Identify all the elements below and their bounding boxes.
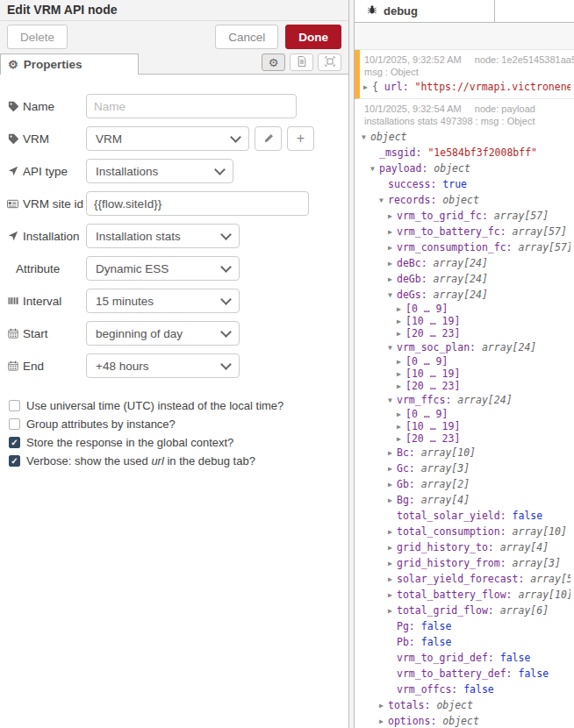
attribute-select[interactable]: Dynamic ESS xyxy=(86,256,240,281)
view-button-description[interactable] xyxy=(290,54,313,71)
panel-splitter[interactable] xyxy=(348,0,355,728)
tree-row[interactable]: ▶solar_yield_forecast: array[57] xyxy=(362,571,570,587)
interval-select[interactable]: 15 minutes xyxy=(86,289,240,313)
expand-icon[interactable]: ▶ xyxy=(363,83,372,91)
tree-row[interactable]: ▶grid_history_from: array[3] xyxy=(362,555,570,571)
collapse-icon[interactable]: ▼ xyxy=(388,340,397,355)
expand-icon[interactable]: ▶ xyxy=(397,433,405,445)
tree-row[interactable]: ▼records: object xyxy=(362,192,570,208)
tree-key: _msgid: xyxy=(379,146,427,159)
tab-properties[interactable]: ⚙ Properties xyxy=(0,54,139,75)
tree-row[interactable]: ▶[0 … 9] xyxy=(362,408,570,420)
expand-icon[interactable]: ▶ xyxy=(388,525,397,539)
start-select[interactable]: beginning of day xyxy=(86,321,240,346)
edit-config-button[interactable] xyxy=(255,126,282,151)
expand-icon[interactable]: ▶ xyxy=(388,603,397,618)
tree-row[interactable]: ▼vrm_ffcs: array[24] xyxy=(362,392,570,408)
tree-row[interactable]: ▶[20 … 23] xyxy=(362,432,570,445)
expand-icon[interactable]: ▶ xyxy=(388,556,397,571)
collapse-icon[interactable]: ▼ xyxy=(370,161,379,176)
tree-row[interactable]: ▶totals: object xyxy=(362,697,570,713)
expand-icon[interactable]: ▶ xyxy=(397,316,405,327)
tab-debug[interactable]: debug xyxy=(355,0,495,22)
view-button-appearance[interactable] xyxy=(318,54,341,71)
expand-icon[interactable]: ▶ xyxy=(388,493,397,508)
delete-button[interactable]: Delete xyxy=(7,25,68,49)
expand-icon[interactable]: ▶ xyxy=(379,714,388,728)
tree-row[interactable]: ▶grid_history_to: array[4] xyxy=(362,539,570,555)
tree-row[interactable]: ▼object xyxy=(362,129,570,145)
tree-row[interactable]: ▶deBc: array[24] xyxy=(362,255,570,271)
tree-row[interactable]: ▶[20 … 23] xyxy=(362,380,570,392)
tree-row[interactable]: ▶Gb: array[2] xyxy=(362,476,570,492)
checkbox[interactable] xyxy=(9,400,20,411)
tree-key: vrm_offcs: xyxy=(397,683,463,696)
expand-icon[interactable]: ▶ xyxy=(388,256,397,271)
tree-row[interactable]: ▶total_grid_flow: array[6] xyxy=(362,603,570,618)
collapse-icon[interactable]: ▼ xyxy=(388,393,397,408)
tree-row[interactable]: ▶[10 … 19] xyxy=(362,420,570,432)
vrm-select[interactable]: VRM xyxy=(86,126,249,151)
tree-row[interactable]: ▶total_battery_flow: array[10] xyxy=(362,587,570,603)
done-button[interactable]: Done xyxy=(285,25,341,49)
expand-icon[interactable]: ▶ xyxy=(388,209,397,224)
end-select[interactable]: +48 hours xyxy=(86,353,240,378)
add-config-button[interactable]: + xyxy=(287,126,314,151)
expand-icon[interactable]: ▶ xyxy=(397,409,405,420)
tree-row[interactable]: ▶Bg: array[4] xyxy=(362,492,570,508)
editor-view-buttons: ⚙ xyxy=(262,54,348,71)
collapse-icon[interactable]: ▼ xyxy=(379,193,388,208)
expand-icon[interactable]: ▶ xyxy=(388,225,397,239)
tree-row[interactable]: ▼vrm_soc_plan: array[24] xyxy=(362,339,570,355)
checkbox-label: Group attributes by instance? xyxy=(26,418,176,431)
expand-icon[interactable]: ▶ xyxy=(388,540,397,555)
debug-message[interactable]: 10/1/2025, 9:32:52 AM node: 1e2e5145381a… xyxy=(355,50,574,99)
field-label-interval: Interval xyxy=(7,295,86,308)
expand-icon[interactable]: ▶ xyxy=(388,461,397,476)
expand-icon[interactable]: ▶ xyxy=(388,446,397,460)
checkbox[interactable]: ✓ xyxy=(9,455,20,467)
tree-row[interactable]: ▶[20 … 23] xyxy=(362,327,570,339)
expand-icon[interactable]: ▶ xyxy=(388,572,397,587)
expand-icon[interactable]: ▶ xyxy=(388,477,397,492)
tree-row[interactable]: ▶vrm_to_grid_fc: array[57] xyxy=(362,208,570,224)
cancel-button[interactable]: Cancel xyxy=(215,25,278,49)
expand-icon[interactable]: ▶ xyxy=(397,368,405,380)
tree-row[interactable]: ▶options: object xyxy=(362,713,570,728)
expand-icon[interactable]: ▶ xyxy=(397,328,405,339)
apitype-select[interactable]: Installations xyxy=(86,159,233,183)
expand-icon[interactable]: ▶ xyxy=(388,588,397,603)
tree-row[interactable]: ▼payload: object xyxy=(362,161,570,176)
siteid-input[interactable] xyxy=(86,191,309,216)
chevron-down-icon xyxy=(220,326,232,338)
tree-row[interactable]: ▶[0 … 9] xyxy=(362,355,570,368)
tree-row[interactable]: ▶[0 … 9] xyxy=(362,303,570,315)
tree-value: array[57] xyxy=(530,573,570,585)
collapse-icon[interactable]: ▼ xyxy=(362,130,370,145)
view-button-properties[interactable]: ⚙ xyxy=(262,54,285,71)
tree-row[interactable]: ▶[10 … 19] xyxy=(362,315,570,327)
expand-icon[interactable]: ▶ xyxy=(397,381,405,392)
tree-row[interactable]: ▶total_consumption: array[10] xyxy=(362,524,570,539)
tree-row[interactable]: ▶vrm_consumption_fc: array[57] xyxy=(362,239,570,255)
tree-row[interactable]: ▶Bc: array[10] xyxy=(362,445,570,460)
expand-icon[interactable]: ▶ xyxy=(397,421,405,432)
expand-icon[interactable]: ▶ xyxy=(379,698,388,713)
expand-icon[interactable]: ▶ xyxy=(397,303,405,315)
expand-icon[interactable]: ▶ xyxy=(397,356,405,368)
expand-icon[interactable]: ▶ xyxy=(388,272,397,287)
debug-message[interactable]: 10/1/2025, 9:32:54 AM node: payload inst… xyxy=(355,99,574,728)
tree-row[interactable]: ▶[10 … 19] xyxy=(362,368,570,380)
checkbox[interactable] xyxy=(9,418,20,430)
checkbox[interactable]: ✓ xyxy=(9,437,20,448)
tree-key: [10 … 19] xyxy=(405,420,460,432)
installation-select[interactable]: Installation stats xyxy=(86,224,240,248)
tree-row[interactable]: ▶vrm_to_battery_fc: array[57] xyxy=(362,224,570,239)
collapse-icon[interactable]: ▼ xyxy=(388,288,397,303)
expand-icon[interactable]: ▶ xyxy=(388,240,397,255)
name-input[interactable] xyxy=(86,94,297,118)
gear-icon: ⚙ xyxy=(8,59,18,70)
tree-row[interactable]: ▶deGb: array[24] xyxy=(362,271,570,287)
tree-row[interactable]: ▶Gc: array[3] xyxy=(362,460,570,476)
tree-row[interactable]: ▼deGs: array[24] xyxy=(362,287,570,303)
